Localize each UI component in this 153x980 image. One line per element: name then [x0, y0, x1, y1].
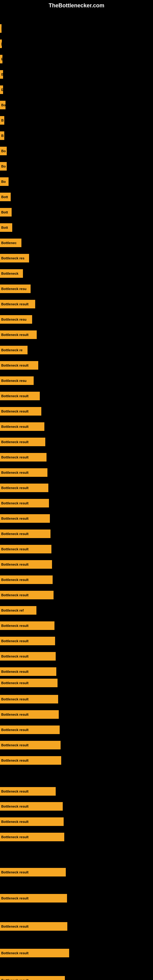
bar-row: Bottleneck resu: [0, 376, 153, 385]
bar-label: Bottlenec: [1, 241, 16, 245]
result-bar: Bottleneck result: [0, 591, 54, 599]
bar-row: Bottleneck re: [0, 345, 153, 355]
result-bar: Bottleneck result: [0, 545, 51, 554]
bar-label: Bottleneck result: [1, 805, 29, 808]
bar-row: Bottleneck result: [0, 636, 153, 646]
result-bar: B: [0, 131, 4, 140]
bar-row: Bo: [0, 146, 153, 156]
bar-label: Bottleneck resu: [1, 318, 27, 321]
bar-row: Bottleneck result: [0, 817, 153, 827]
bar-row: |: [0, 39, 153, 49]
bar-row: Bottleneck result: [0, 710, 153, 719]
result-bar: Bottleneck result: [0, 725, 60, 734]
bar-row: Bott: [0, 192, 153, 202]
result-bar: Bott: [0, 208, 12, 216]
bar-label: B: [1, 134, 4, 137]
bar-row: Bottleneck: [0, 269, 153, 278]
bar-row: Bottleneck result: [0, 621, 153, 630]
bar-row: Bottleneck result: [0, 391, 153, 401]
bar-label: Bottleneck ref: [1, 609, 24, 612]
result-bar: Bottleneck result: [0, 949, 69, 957]
bar-row: Bottleneck result: [0, 575, 153, 585]
bar-row: Bottleneck res: [0, 253, 153, 263]
result-bar: Bottleneck result: [0, 652, 56, 660]
bar-row: Bottleneck result: [0, 948, 153, 958]
result-bar: Bottleneck result: [0, 560, 52, 569]
result-bar: Bottleneck result: [0, 756, 61, 765]
result-bar: Bottlenec: [0, 239, 21, 247]
bar-row: Bottleneck result: [0, 360, 153, 370]
bar-label: Bottleneck result: [1, 670, 29, 673]
bar-label: Bottleneck result: [1, 517, 29, 520]
bar-label: Bottleneck result: [1, 425, 29, 428]
bar-row: Bottleneck result: [0, 299, 153, 309]
result-bar: Bottleneck ref: [0, 606, 37, 615]
bar-label: Bottleneck result: [1, 302, 29, 306]
bar-label: Bottleneck result: [1, 789, 29, 793]
bar-label: Bottleneck result: [1, 501, 29, 505]
result-bar: |: [0, 40, 2, 48]
bar-label: Bottleneck result: [1, 820, 29, 824]
bar-row: Bottleneck result: [0, 832, 153, 842]
result-bar: |: [0, 24, 2, 33]
result-bar: Bottleneck result: [0, 710, 59, 719]
result-bar: E: [0, 55, 2, 64]
result-bar: Bottleneck result: [0, 514, 50, 523]
result-bar: Bottleneck result: [0, 392, 40, 400]
result-bar: Bottleneck result: [0, 453, 46, 461]
bar-row: B: [0, 70, 153, 79]
bar-row: Bottleneck result: [0, 560, 153, 569]
bar-label: |: [1, 27, 2, 30]
result-bar: Bottleneck result: [0, 438, 45, 446]
bar-row: Bottleneck result: [0, 514, 153, 523]
result-bar: Bottleneck result: [0, 637, 55, 645]
bar-label: Bottleneck result: [1, 532, 29, 536]
bar-label: Bottleneck result: [1, 486, 29, 490]
bar-row: Bottleneck result: [0, 422, 153, 431]
bar-row: Bottleneck result: [0, 786, 153, 796]
bar-row: B: [0, 115, 153, 125]
result-bar: Bott: [0, 192, 11, 201]
bar-label: Bottleneck re: [1, 348, 22, 352]
result-bar: Bottleneck re: [0, 346, 27, 354]
bar-row: Bottleneck result: [0, 590, 153, 600]
result-bar: Bottleneck result: [0, 667, 56, 676]
bar-label: Bottleneck result: [1, 547, 29, 551]
bar-row: E: [0, 54, 153, 64]
bar-row: Bottleneck result: [0, 452, 153, 462]
bar-label: Bottleneck resu: [1, 379, 27, 382]
result-bar: Bottleneck result: [0, 894, 67, 902]
result-bar: Bottleneck result: [0, 484, 48, 492]
bar-label: Bottleneck result: [1, 364, 29, 367]
bar-row: Bottleneck result: [0, 694, 153, 704]
bar-label: Bottleneck result: [1, 654, 29, 658]
result-bar: Bottleneck result: [0, 621, 54, 630]
result-bar: Bottleneck result: [0, 802, 63, 811]
bar-row: Bottleneck result: [0, 651, 153, 661]
result-bar: Bottleneck result: [0, 818, 64, 826]
result-bar: Bottleneck result: [0, 833, 64, 841]
result-bar: B: [0, 116, 4, 125]
bar-label: Bo: [1, 164, 6, 168]
bar-label: E: [1, 88, 3, 92]
bar-row: Bottleneck result: [0, 740, 153, 750]
result-bar: Bottleneck resu: [0, 376, 33, 385]
bar-row: B: [0, 131, 153, 140]
bar-label: Bottleneck result: [1, 759, 29, 762]
bar-label: Bottleneck result: [1, 951, 29, 955]
bar-row: Bottleneck resu: [0, 315, 153, 324]
bar-row: Bottlenec: [0, 238, 153, 248]
result-bar: Bo: [0, 147, 7, 155]
bar-label: Bottleneck res: [1, 256, 24, 260]
result-bar: Bottleneck result: [0, 695, 58, 703]
result-bar: Bottleneck result: [0, 679, 57, 687]
bar-row: Bottleneck result: [0, 437, 153, 447]
bar-row: Bottleneck result: [0, 921, 153, 931]
bar-label: Bottleneck result: [1, 563, 29, 566]
bar-row: Bottleneck result: [0, 330, 153, 340]
bar-row: Bott: [0, 223, 153, 232]
bar-label: Bottleneck result: [1, 578, 29, 582]
result-bar: Bottleneck result: [0, 300, 35, 309]
bar-label: Bott: [1, 195, 8, 199]
bar-row: Bottleneck result: [0, 725, 153, 735]
